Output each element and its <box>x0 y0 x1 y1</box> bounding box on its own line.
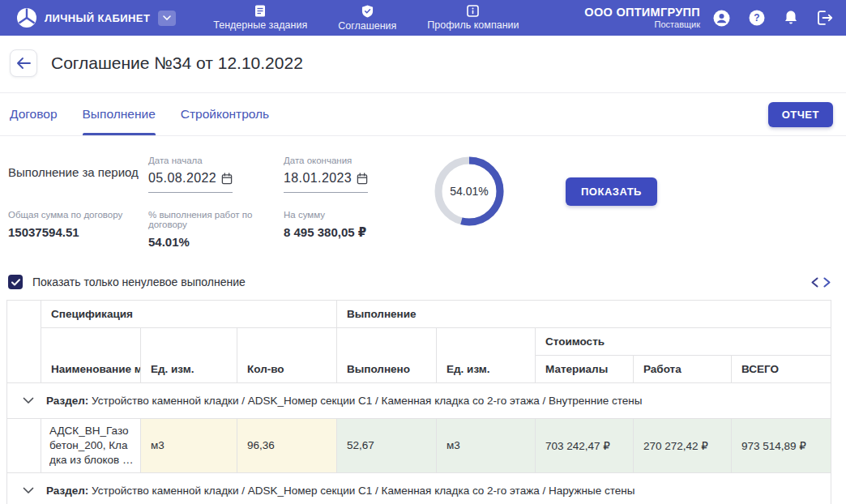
nonzero-filter-label: Показать только ненулевое выполнение <box>32 275 246 288</box>
brand-dropdown-button[interactable] <box>158 11 176 26</box>
table-subgroup-header-row: Наименование матер Ед. изм. Кол-во Выпол… <box>7 328 831 356</box>
svg-text:?: ? <box>754 12 759 23</box>
page-title: Соглашение №34 от 12.10.2022 <box>51 53 303 73</box>
date-start-value: 05.08.2022 <box>148 171 216 186</box>
period-section: Выполнение за период Дата начала 05.08.2… <box>0 136 846 268</box>
document-icon <box>254 5 267 17</box>
sum-value: 8 495 380,05 ₽ <box>284 225 434 240</box>
bell-icon <box>784 10 798 26</box>
shield-check-icon <box>361 5 374 18</box>
nav-item-tender-tasks[interactable]: Тендерные задания <box>213 5 307 32</box>
group-header-cost: Стоимость <box>536 328 831 356</box>
cell-done-unit: м3 <box>437 419 536 473</box>
notifications-button[interactable] <box>784 10 798 26</box>
scroll-left-button[interactable] <box>810 277 819 288</box>
page-header: Соглашение №34 от 12.10.2022 <box>0 36 846 93</box>
group-header-specification: Спецификация <box>41 301 337 328</box>
column-header-total: ВСЕГО <box>732 356 831 383</box>
arrow-left-icon <box>16 58 31 69</box>
help-icon: ? <box>749 10 765 26</box>
account-icon <box>713 10 730 27</box>
cell-total-cost: 973 514,89 ₽ <box>732 419 831 473</box>
percent-label: % выполнения работ по договору <box>148 210 284 229</box>
date-start-input[interactable]: 05.08.2022 <box>148 171 233 193</box>
sum-stat: На сумму 8 495 380,05 ₽ <box>284 210 434 240</box>
company-name: ООО ОПТИМГРУПП <box>584 6 700 19</box>
column-header-materials: Материалы <box>536 356 634 383</box>
section-title: Раздел: Устройство каменной кладки / ADS… <box>46 485 634 497</box>
date-end-label: Дата окончания <box>284 156 434 165</box>
cell-material-name: АДСК_ВН_Газобетон_200, Кладка из блоков … <box>41 419 141 473</box>
total-sum-stat: Общая сумма по договору 15037594.51 <box>8 210 148 239</box>
tab-contract[interactable]: Договор <box>10 93 58 135</box>
date-end-input[interactable]: 18.01.2023 <box>284 171 368 193</box>
calendar-icon[interactable] <box>357 173 368 185</box>
back-button[interactable] <box>10 49 37 77</box>
nav-item-agreements[interactable]: Соглашения <box>338 5 396 32</box>
chevron-down-icon <box>163 15 171 20</box>
chevron-down-icon <box>23 487 34 494</box>
report-button[interactable]: ОТЧЕТ <box>768 102 833 127</box>
top-navigation-bar: ЛИЧНЫЙ КАБИНЕТ Тендерные задания Соглаше… <box>0 0 846 36</box>
column-header-done-unit: Ед. изм. <box>437 328 536 383</box>
specification-table: Спецификация Выполнение Наименование мат… <box>6 300 831 504</box>
company-role: Поставщик <box>584 19 700 30</box>
total-sum-label: Общая сумма по договору <box>8 210 148 220</box>
chevron-left-icon <box>810 277 819 288</box>
table-scroll-controls <box>810 277 831 288</box>
section-row: Раздел: Устройство каменной кладки / ADS… <box>7 472 831 504</box>
section-title: Раздел: Устройство каменной кладки / ADS… <box>46 395 643 407</box>
scroll-right-button[interactable] <box>822 277 831 288</box>
app-logo-icon <box>16 7 37 28</box>
nav-item-label: Профиль компании <box>427 19 519 31</box>
row-expander-cell <box>7 419 41 473</box>
column-header-done: Выполнено <box>337 328 437 383</box>
period-label: Выполнение за период <box>8 147 148 179</box>
column-header-name: Наименование матер <box>41 328 141 383</box>
chevron-right-icon <box>822 277 831 288</box>
cell-done: 52,67 <box>337 419 437 473</box>
logout-button[interactable] <box>817 11 833 25</box>
table-row[interactable]: АДСК_ВН_Газобетон_200, Кладка из блоков … <box>7 419 831 473</box>
help-button[interactable]: ? <box>749 10 765 26</box>
tab-construction-control[interactable]: Стройконтроль <box>181 93 269 135</box>
logout-icon <box>817 11 833 25</box>
nav-item-label: Тендерные задания <box>213 19 307 31</box>
brand-label: ЛИЧНЫЙ КАБИНЕТ <box>45 12 150 24</box>
date-end-field-wrap: Дата окончания 18.01.2023 <box>284 147 434 193</box>
date-end-value: 18.01.2023 <box>284 171 352 186</box>
topbar-actions: ? <box>713 10 833 27</box>
cell-unit: м3 <box>141 419 237 473</box>
cell-materials-cost: 703 242,47 ₽ <box>536 419 634 473</box>
total-sum-value: 15037594.51 <box>8 225 148 239</box>
sum-label: На сумму <box>284 210 434 220</box>
calendar-icon[interactable] <box>221 173 233 185</box>
cell-work-cost: 270 272,42 ₽ <box>634 419 732 473</box>
date-start-label: Дата начала <box>148 156 284 165</box>
donut-percent-label: 54.01% <box>434 156 505 227</box>
group-header-execution: Выполнение <box>337 301 831 328</box>
filter-row: Показать только ненулевое выполнение <box>0 268 846 300</box>
table-group-header-row: Спецификация Выполнение <box>7 301 831 328</box>
column-header-unit: Ед. изм. <box>141 328 237 383</box>
tab-execution[interactable]: Выполнение <box>83 93 156 135</box>
cell-qty: 96,36 <box>237 419 337 473</box>
nav-item-company-profile[interactable]: Профиль компании <box>427 5 519 32</box>
chevron-down-icon <box>23 397 34 404</box>
nonzero-filter-checkbox[interactable] <box>8 275 23 289</box>
tabs-bar: Договор Выполнение Стройконтроль ОТЧЕТ <box>0 93 846 136</box>
section-collapse-button[interactable] <box>23 487 34 494</box>
percent-value: 54.01% <box>148 235 284 249</box>
section-collapse-button[interactable] <box>23 397 34 404</box>
section-row: Раздел: Устройство каменной кладки / ADS… <box>7 383 831 419</box>
account-button[interactable] <box>713 10 730 27</box>
company-block: ООО ОПТИМГРУПП Поставщик <box>584 6 700 31</box>
expander-column-header <box>7 301 41 383</box>
column-header-qty: Кол-во <box>237 328 337 383</box>
percent-stat: % выполнения работ по договору 54.01% <box>148 210 284 249</box>
nav-item-label: Соглашения <box>338 20 396 32</box>
brand: ЛИЧНЫЙ КАБИНЕТ <box>16 7 176 28</box>
check-icon <box>11 279 20 286</box>
info-square-icon <box>467 5 479 17</box>
show-button[interactable]: ПОКАЗАТЬ <box>566 177 657 206</box>
